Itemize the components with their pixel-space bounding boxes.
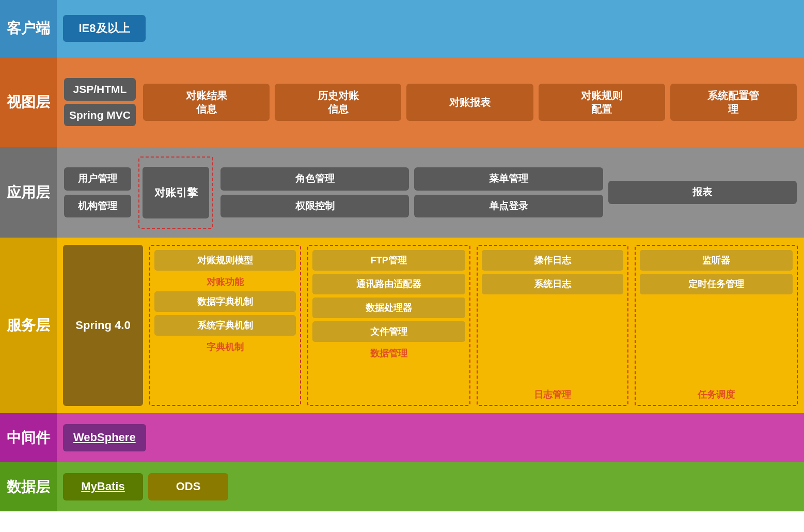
jigou-guanli-box: 机构管理 (64, 195, 131, 218)
caidan-guanli-box: 菜单管理 (414, 167, 603, 191)
group3-inner: 操作日志 系统日志 (482, 250, 623, 294)
client-content: IE8及以上 (57, 0, 804, 57)
ftp-guanli-box: FTP管理 (312, 250, 465, 271)
duizhang-jieguo-box: 对账结果信息 (143, 84, 270, 121)
service-row: 服务层 Spring 4.0 对账规则模型 对账功能 数据字典机制 系统字典机制… (0, 238, 804, 413)
group4-label: 任务调度 (698, 388, 735, 401)
duizhang-guize-moxing-box: 对账规则模型 (154, 250, 296, 271)
group3-dashed: 操作日志 系统日志 日志管理 (477, 245, 628, 406)
view-tech-col: JSP/HTML Spring MVC (64, 78, 136, 126)
wenjian-guanli-box: 文件管理 (312, 321, 465, 342)
data-row: 数据层 MyBatis ODS (0, 462, 804, 511)
jianting-qi-box: 监听器 (640, 250, 793, 271)
view-modules: 对账结果信息 历史对账信息 对账报表 对账规则配置 系统配置管理 (143, 84, 797, 121)
baobiao-box: 报表 (608, 181, 797, 204)
group1-dashed: 对账规则模型 对账功能 数据字典机制 系统字典机制 字典机制 (149, 245, 301, 406)
client-label: 客户端 (0, 0, 57, 57)
data-content: MyBatis ODS (57, 462, 804, 511)
service-content: Spring 4.0 对账规则模型 对账功能 数据字典机制 系统字典机制 字典机… (57, 238, 804, 413)
xitong-rizhi-box: 系统日志 (482, 274, 623, 294)
shuju-chuli-box: 数据处理器 (312, 298, 465, 318)
ie8-box: IE8及以上 (63, 15, 146, 42)
spring-mvc-box: Spring MVC (64, 104, 136, 126)
jiaose-guanli-box: 角色管理 (220, 167, 409, 191)
report-col: 报表 (608, 181, 797, 204)
group3-label: 日志管理 (534, 388, 571, 401)
spring-box: Spring 4.0 (63, 245, 143, 406)
xitong-zidian-box: 系统字典机制 (154, 315, 296, 336)
group1-inner: 对账规则模型 对账功能 数据字典机制 系统字典机制 字典机制 (154, 250, 296, 353)
duizhang-guize-box: 对账规则配置 (539, 84, 665, 121)
dingshi-renwu-box: 定时任务管理 (640, 274, 793, 294)
jsp-html-box: JSP/HTML (64, 78, 136, 100)
xitong-peizhi-box: 系统配置管理 (670, 84, 797, 121)
quanxian-box: 权限控制 (220, 195, 409, 218)
middleware-row: 中间件 WebSphere (0, 413, 804, 462)
shuju-zidian-box: 数据字典机制 (154, 291, 296, 312)
group1-label2: 字典机制 (154, 341, 296, 353)
view-content: JSP/HTML Spring MVC 对账结果信息 历史对账信息 对账报表 对… (57, 57, 804, 147)
view-label: 视图层 (0, 57, 57, 147)
websphere-box: WebSphere (63, 424, 146, 451)
dandian-denglu-box: 单点登录 (414, 195, 603, 218)
role-col: 角色管理 权限控制 (220, 167, 409, 217)
middleware-label: 中间件 (0, 413, 57, 462)
data-label: 数据层 (0, 462, 57, 511)
client-row: 客户端 IE8及以上 (0, 0, 804, 57)
app-user-col: 用户管理 机构管理 (64, 167, 131, 217)
mybatis-box: MyBatis (63, 473, 143, 500)
yonghu-guanli-box: 用户管理 (64, 167, 131, 191)
group4-inner: 监听器 定时任务管理 (640, 250, 793, 294)
duizhang-engine-group: 对账引擎 (138, 157, 213, 229)
ods-box: ODS (148, 473, 228, 500)
duizhang-baobiao-box: 对账报表 (406, 84, 533, 121)
caozuo-rizhi-box: 操作日志 (482, 250, 623, 271)
app-right-modules: 角色管理 权限控制 菜单管理 单点登录 报表 (220, 167, 797, 217)
group2-inner: FTP管理 通讯路由适配器 数据处理器 文件管理 数据管理 (312, 250, 465, 359)
group1-label1: 对账功能 (154, 276, 296, 288)
menu-col: 菜单管理 单点登录 (414, 167, 603, 217)
tongxun-luyou-box: 通讯路由适配器 (312, 274, 465, 294)
app-content: 用户管理 机构管理 对账引擎 角色管理 权限控制 菜单管理 单点登录 报表 (57, 147, 804, 238)
group2-label: 数据管理 (312, 347, 465, 359)
lishi-duizhang-box: 历史对账信息 (275, 84, 401, 121)
duizhang-yinqing-box: 对账引擎 (143, 167, 209, 218)
app-label: 应用层 (0, 147, 57, 238)
middleware-content: WebSphere (57, 413, 804, 462)
service-label: 服务层 (0, 238, 57, 413)
view-row: 视图层 JSP/HTML Spring MVC 对账结果信息 历史对账信息 对账… (0, 57, 804, 147)
architecture-diagram: 客户端 IE8及以上 视图层 JSP/HTML Spring MVC 对账结果信… (0, 0, 804, 532)
group4-dashed: 监听器 定时任务管理 任务调度 (635, 245, 798, 406)
app-row: 应用层 用户管理 机构管理 对账引擎 角色管理 权限控制 菜单管理 单点登录 (0, 147, 804, 238)
group2-dashed: FTP管理 通讯路由适配器 数据处理器 文件管理 数据管理 (307, 245, 470, 406)
